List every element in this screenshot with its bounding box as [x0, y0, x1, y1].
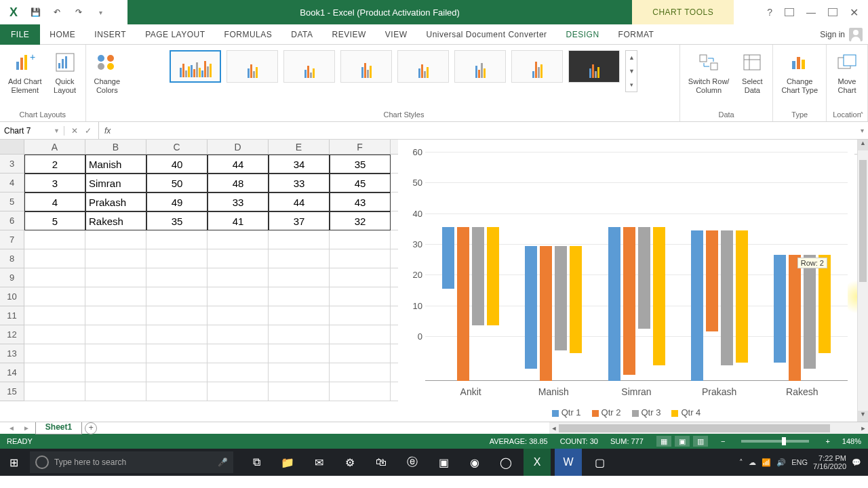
undo-icon[interactable]: ↶: [50, 5, 64, 19]
row-header-7[interactable]: 7: [0, 230, 24, 249]
cell[interactable]: [269, 363, 330, 382]
settings-icon[interactable]: ⚙: [336, 449, 363, 476]
cell[interactable]: 49: [146, 192, 208, 211]
column-header-B[interactable]: B: [85, 140, 146, 154]
bar-Manish-Qtr 4[interactable]: [570, 246, 582, 354]
cell[interactable]: [330, 306, 391, 325]
cell[interactable]: [330, 325, 391, 344]
chart-style-3[interactable]: [283, 50, 335, 83]
tray-cloud-icon[interactable]: ☁: [749, 458, 756, 467]
cell[interactable]: [269, 249, 330, 268]
scroll-up-icon[interactable]: ▲: [858, 140, 868, 150]
cell[interactable]: [24, 306, 85, 325]
cell[interactable]: [85, 249, 146, 268]
cell[interactable]: [85, 287, 146, 306]
column-header-E[interactable]: E: [269, 140, 330, 154]
cell[interactable]: 34: [269, 155, 330, 174]
bar-Simran-Qtr 3[interactable]: [638, 227, 650, 329]
cell[interactable]: [208, 268, 269, 287]
bar-Prakash-Qtr 1[interactable]: [691, 230, 703, 381]
cell[interactable]: [330, 344, 391, 363]
horizontal-scrollbar[interactable]: ◄ ►: [549, 422, 868, 434]
ribbon-display-icon[interactable]: [785, 8, 794, 16]
tray-volume-icon[interactable]: 🔊: [776, 458, 786, 467]
save-icon[interactable]: 💾: [28, 5, 42, 19]
enter-formula-icon[interactable]: ✓: [85, 126, 92, 136]
tab-view[interactable]: VIEW: [376, 24, 417, 45]
tab-page-layout[interactable]: PAGE LAYOUT: [136, 24, 214, 45]
bar-Rakesh-Qtr 4[interactable]: [818, 255, 831, 353]
row-header-5[interactable]: 5: [0, 192, 24, 211]
zoom-in-icon[interactable]: +: [825, 437, 829, 445]
cell[interactable]: [146, 344, 208, 363]
cell[interactable]: 5: [24, 211, 85, 230]
tab-formulas[interactable]: FORMULAS: [215, 24, 282, 45]
select-all-corner[interactable]: [0, 140, 24, 154]
embedded-chart[interactable]: 0102030405060AnkitManishSimranPrakashRak…: [398, 140, 854, 422]
bar-Rakesh-Qtr 1[interactable]: [774, 255, 786, 363]
zoom-slider[interactable]: [741, 440, 809, 443]
row-header-4[interactable]: 4: [0, 174, 24, 192]
notifications-icon[interactable]: 💬: [852, 458, 861, 467]
vertical-scroll-thumb[interactable]: [859, 160, 867, 282]
chart-style-2[interactable]: [226, 50, 278, 83]
cell[interactable]: [146, 249, 208, 268]
maximize-icon[interactable]: [828, 8, 837, 16]
cell[interactable]: 32: [330, 211, 391, 230]
cell[interactable]: Manish: [85, 155, 146, 174]
bar-Simran-Qtr 2[interactable]: [623, 227, 635, 375]
fx-icon[interactable]: fx: [99, 126, 116, 136]
change-colors-button[interactable]: Change Colors: [92, 47, 123, 98]
row-header-11[interactable]: 11: [0, 306, 24, 325]
expand-formula-bar-icon[interactable]: ▾: [856, 127, 868, 134]
cell[interactable]: [24, 287, 85, 306]
cell[interactable]: [269, 230, 330, 249]
tab-review[interactable]: REVIEW: [322, 24, 375, 45]
cell[interactable]: 2: [24, 155, 85, 174]
chart-style-6[interactable]: [454, 50, 506, 83]
cell[interactable]: [208, 363, 269, 382]
chrome-icon[interactable]: ◯: [492, 449, 519, 476]
cell[interactable]: [269, 268, 330, 287]
mic-icon[interactable]: 🎤: [218, 458, 228, 467]
sheet-tab-sheet1[interactable]: Sheet1: [35, 422, 82, 434]
cell[interactable]: [330, 363, 391, 382]
cell[interactable]: 41: [208, 211, 269, 230]
column-header-A[interactable]: A: [24, 140, 85, 154]
redo-icon[interactable]: ↷: [72, 5, 85, 19]
view-page-layout-icon[interactable]: ▣: [675, 436, 690, 447]
chart-style-5[interactable]: [397, 50, 449, 83]
tab-home[interactable]: HOME: [40, 24, 85, 45]
sign-in-button[interactable]: Sign in: [814, 28, 868, 41]
cell[interactable]: [208, 230, 269, 249]
horizontal-scroll-thumb[interactable]: [559, 424, 830, 432]
cell[interactable]: [208, 306, 269, 325]
start-button[interactable]: ⊞: [0, 449, 27, 476]
view-page-break-icon[interactable]: ▥: [693, 436, 708, 447]
row-header-8[interactable]: 8: [0, 249, 24, 268]
zoom-app-icon[interactable]: ▣: [430, 449, 457, 476]
bar-Rakesh-Qtr 3[interactable]: [804, 255, 816, 369]
cell[interactable]: 35: [146, 211, 208, 230]
tray-network-icon[interactable]: 📶: [762, 458, 771, 467]
zoom-level[interactable]: 148%: [842, 437, 861, 445]
cell[interactable]: [146, 268, 208, 287]
tab-format[interactable]: FORMAT: [609, 24, 664, 45]
row-header-9[interactable]: 9: [0, 268, 24, 287]
tab-udc[interactable]: Universal Document Converter: [417, 24, 557, 45]
row-header-14[interactable]: 14: [0, 363, 24, 382]
style-gallery-nav[interactable]: ▲▼▾: [625, 50, 637, 92]
cell[interactable]: [208, 249, 269, 268]
row-header-3[interactable]: 3: [0, 155, 24, 174]
bar-Rakesh-Qtr 2[interactable]: [789, 255, 801, 381]
cell[interactable]: [208, 344, 269, 363]
cell[interactable]: [208, 287, 269, 306]
bar-Simran-Qtr 4[interactable]: [653, 227, 665, 365]
sheet-nav-prev-icon[interactable]: ◄: [5, 424, 18, 432]
excel-taskbar-icon[interactable]: X: [524, 449, 551, 476]
cell[interactable]: [24, 325, 85, 344]
cancel-formula-icon[interactable]: ✕: [71, 126, 78, 136]
new-sheet-button[interactable]: +: [85, 422, 97, 434]
cell[interactable]: [85, 344, 146, 363]
taskbar-clock[interactable]: 7:22 PM 7/16/2020: [813, 454, 846, 470]
